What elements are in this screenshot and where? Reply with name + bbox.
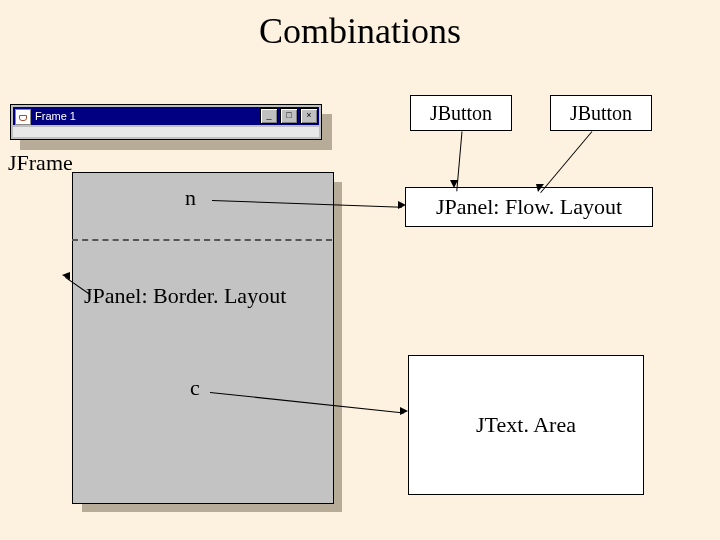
- java-cup-icon: [15, 109, 31, 125]
- window-body: [13, 127, 319, 137]
- arrow-head-n-to-flow: [398, 201, 406, 209]
- jframe-label: JFrame: [8, 150, 73, 176]
- borderlayout-label: JPanel: Border. Layout: [84, 283, 286, 309]
- arrow-head-btn1: [450, 180, 458, 188]
- flowlayout-label: JPanel: Flow. Layout: [405, 187, 653, 227]
- north-region-label: n: [185, 185, 196, 211]
- jframe-window: Frame 1 _ □ ×: [10, 104, 322, 140]
- jpanel-border: [72, 172, 334, 504]
- jbutton-label-1: JButton: [410, 95, 512, 131]
- arrow-head-c-to-textarea: [400, 407, 408, 415]
- maximize-button[interactable]: □: [280, 108, 298, 124]
- textarea-label: JText. Area: [408, 355, 644, 495]
- jbutton-label-2: JButton: [550, 95, 652, 131]
- north-divider: [72, 239, 332, 241]
- arrow-btn2-to-flow: [540, 131, 592, 193]
- center-region-label: c: [190, 375, 200, 401]
- page-title: Combinations: [0, 10, 720, 52]
- minimize-button[interactable]: _: [260, 108, 278, 124]
- close-button[interactable]: ×: [300, 108, 318, 124]
- arrow-head-btn2: [536, 184, 544, 192]
- arrow-head-border-to-panel: [62, 272, 70, 280]
- window-title-text: Frame 1: [35, 110, 76, 122]
- window-buttons: _ □ ×: [260, 108, 318, 124]
